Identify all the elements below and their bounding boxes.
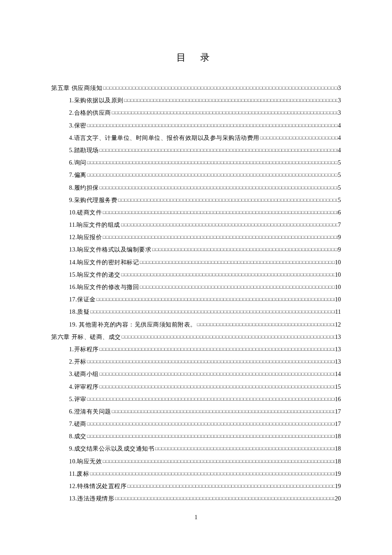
- toc-leader: □□□□□□□□□□□□□□□□□□□□□□□□□□□□□□□□□□□□□□□□…: [99, 384, 335, 389]
- toc-entry-label: 6.澄清有关问题: [69, 409, 111, 415]
- toc-entry-label: 8.履约担保: [69, 185, 99, 191]
- toc-leader: □□□□□□□□□□□□□□□□□□□□□□□□□□□□□□□□□□□□□□□□…: [154, 446, 335, 451]
- toc-entry: 4.评审程序□□□□□□□□□□□□□□□□□□□□□□□□□□□□□□□□□□…: [51, 384, 341, 391]
- page-number: 1: [0, 514, 392, 521]
- toc-entry: 1.开标程序□□□□□□□□□□□□□□□□□□□□□□□□□□□□□□□□□□…: [51, 347, 341, 353]
- toc-entry-label: 15.响应文件的递交: [69, 272, 121, 278]
- toc-entry: 19. 其他需补充的内容：见供应商须知前附表。□□□□□□□□□□□□□□□□□…: [51, 322, 341, 329]
- toc-entry-page: 5: [338, 197, 341, 203]
- toc-entry-label: 19. 其他需补充的内容：见供应商须知前附表。: [69, 322, 196, 328]
- toc-leader: □□□□□□□□□□□□□□□□□□□□□□□□□□□□□□□□□□□□□□□□…: [124, 98, 338, 103]
- toc-entry-page: 10: [335, 284, 341, 290]
- toc-leader: □□□□□□□□□□□□□□□□□□□□□□□□□□□□□□□□□□□□□□□□…: [86, 160, 338, 165]
- toc-leader: □□□□□□□□□□□□□□□□□□□□□□□□□□□□□□□□□□□□□□□□…: [151, 247, 338, 252]
- toc-leader: □□□□□□□□□□□□□□□□□□□□□□□□□□□□□□□□□□□□□□□□…: [117, 198, 338, 202]
- toc-entry-label: 16.响应文件的修改与撤回: [69, 284, 139, 290]
- toc-entry-page: 9: [338, 234, 341, 240]
- toc-entry-label: 10.磋商文件: [69, 210, 102, 216]
- toc-entry-page: 11: [335, 309, 341, 315]
- document-page: 目 录 第五章 供应商须知□□□□□□□□□□□□□□□□□□□□□□□□□□□…: [0, 0, 392, 503]
- toc-entry: 16.响应文件的修改与撤回□□□□□□□□□□□□□□□□□□□□□□□□□□□…: [51, 284, 341, 291]
- toc-entry-page: 14: [335, 371, 341, 377]
- toc-leader: □□□□□□□□□□□□□□□□□□□□□□□□□□□□□□□□□□□□□□□□…: [99, 372, 335, 376]
- toc-leader: □□□□□□□□□□□□□□□□□□□□□□□□□□□□□□□□□□□□□□□□…: [86, 123, 338, 128]
- toc-entry: 第五章 供应商须知□□□□□□□□□□□□□□□□□□□□□□□□□□□□□□□…: [51, 85, 341, 92]
- toc-entry-label: 12.响应报价: [69, 234, 102, 240]
- toc-entry-page: 10: [335, 260, 341, 266]
- toc-entry-label: 5.踏勘现场: [69, 147, 99, 153]
- toc-entry-page: 4: [338, 135, 341, 141]
- toc-entry: 2.开标□□□□□□□□□□□□□□□□□□□□□□□□□□□□□□□□□□□□…: [51, 359, 341, 366]
- toc-entry-page: 16: [335, 396, 341, 402]
- toc-leader: □□□□□□□□□□□□□□□□□□□□□□□□□□□□□□□□□□□□□□□□…: [86, 359, 335, 364]
- toc-entry-label: 3.保密: [69, 123, 86, 129]
- toc-entry-label: 9.成交结果公示以及成交通知书: [69, 446, 154, 452]
- toc-entry-page: 13: [335, 359, 341, 365]
- toc-entry-page: 15: [335, 384, 341, 390]
- toc-entry-page: 18: [335, 446, 341, 452]
- toc-entry: 10.磋商文件□□□□□□□□□□□□□□□□□□□□□□□□□□□□□□□□□…: [51, 210, 341, 217]
- toc-leader: □□□□□□□□□□□□□□□□□□□□□□□□□□□□□□□□□□□□□□□□…: [99, 185, 338, 190]
- toc-entry: 17.保证金□□□□□□□□□□□□□□□□□□□□□□□□□□□□□□□□□□…: [51, 297, 341, 304]
- toc-entry-page: 18: [335, 459, 341, 465]
- toc-entry: 3.保密□□□□□□□□□□□□□□□□□□□□□□□□□□□□□□□□□□□□…: [51, 123, 341, 130]
- toc-entry: 2.合格的供应商□□□□□□□□□□□□□□□□□□□□□□□□□□□□□□□□…: [51, 110, 341, 117]
- table-of-contents: 第五章 供应商须知□□□□□□□□□□□□□□□□□□□□□□□□□□□□□□□…: [51, 85, 341, 503]
- toc-entry-label: 4.评审程序: [69, 384, 99, 390]
- toc-leader: □□□□□□□□□□□□□□□□□□□□□□□□□□□□□□□□□□□□□□□□…: [89, 309, 335, 314]
- toc-leader: □□□□□□□□□□□□□□□□□□□□□□□□□□□□□□□□□□□□□□□□…: [114, 496, 335, 501]
- toc-entry-page: 19: [335, 471, 341, 477]
- toc-entry-label: 1.开标程序: [69, 347, 99, 353]
- toc-entry-label: 5.评审: [69, 396, 86, 402]
- toc-leader: □□□□□□□□□□□□□□□□□□□□□□□□□□□□□□□□□□□□□□□□…: [86, 397, 335, 402]
- toc-entry-page: 10: [335, 297, 341, 303]
- toc-leader: □□□□□□□□□□□□□□□□□□□□□□□□□□□□□□□□□□□□□□□□…: [120, 223, 338, 227]
- toc-entry-label: 3.磋商小组: [69, 371, 99, 377]
- toc-entry-label: 8.成交: [69, 434, 86, 439]
- toc-leader: □□□□□□□□□□□□□□□□□□□□□□□□□□□□□□□□□□□□□□□□…: [111, 409, 335, 414]
- toc-entry-label: 12.特殊情况处置程序: [69, 483, 127, 489]
- toc-entry: 5.评审□□□□□□□□□□□□□□□□□□□□□□□□□□□□□□□□□□□□…: [51, 396, 341, 403]
- toc-entry: 13.响应文件格式以及编制要求□□□□□□□□□□□□□□□□□□□□□□□□□…: [51, 247, 341, 254]
- toc-leader: □□□□□□□□□□□□□□□□□□□□□□□□□□□□□□□□□□□□□□□□…: [86, 434, 335, 439]
- toc-leader: □□□□□□□□□□□□□□□□□□□□□□□□□□□□□□□□□□□□□□□□…: [127, 484, 335, 489]
- toc-entry: 1.采购依据以及原则□□□□□□□□□□□□□□□□□□□□□□□□□□□□□□…: [51, 98, 341, 104]
- toc-entry-label: 13.响应文件格式以及编制要求: [69, 247, 151, 253]
- toc-entry-page: 5: [338, 172, 341, 178]
- toc-entry: 9.采购代理服务费□□□□□□□□□□□□□□□□□□□□□□□□□□□□□□□…: [51, 197, 341, 204]
- toc-entry: 第六章 开标、磋商、成交□□□□□□□□□□□□□□□□□□□□□□□□□□□□…: [51, 334, 341, 341]
- toc-entry: 6.询问□□□□□□□□□□□□□□□□□□□□□□□□□□□□□□□□□□□□…: [51, 160, 341, 167]
- toc-entry-page: 4: [338, 123, 341, 129]
- toc-entry: 12.响应报价□□□□□□□□□□□□□□□□□□□□□□□□□□□□□□□□□…: [51, 234, 341, 241]
- toc-leader: □□□□□□□□□□□□□□□□□□□□□□□□□□□□□□□□□□□□□□□□…: [121, 272, 335, 277]
- toc-entry-page: 12: [335, 322, 341, 328]
- toc-entry-label: 13.违法违规情形: [69, 496, 114, 502]
- toc-entry-label: 2.合格的供应商: [69, 110, 111, 116]
- toc-entry-page: 17: [335, 409, 341, 415]
- toc-leader: □□□□□□□□□□□□□□□□□□□□□□□□□□□□□□□□□□□□□□□□…: [102, 86, 338, 90]
- toc-leader: □□□□□□□□□□□□□□□□□□□□□□□□□□□□□□□□□□□□□□□□…: [139, 285, 335, 289]
- toc-leader: □□□□□□□□□□□□□□□□□□□□□□□□□□□□□□□□□□□□□□□□…: [99, 148, 338, 153]
- toc-entry-label: 4.语言文字、计量单位、时间单位、报价有效期以及参与采购活动费用: [69, 135, 259, 141]
- toc-leader: □□□□□□□□□□□□□□□□□□□□□□□□□□□□□□□□□□□□□□□□…: [86, 422, 335, 426]
- toc-entry-page: 13: [335, 347, 341, 353]
- toc-leader: □□□□□□□□□□□□□□□□□□□□□□□□□□□□□□□□□□□□□□□□…: [139, 260, 335, 265]
- toc-entry-page: 18: [335, 434, 341, 439]
- toc-entry: 7.偏离□□□□□□□□□□□□□□□□□□□□□□□□□□□□□□□□□□□□…: [51, 172, 341, 179]
- toc-leader: □□□□□□□□□□□□□□□□□□□□□□□□□□□□□□□□□□□□□□□□…: [111, 110, 338, 115]
- toc-entry: 11.响应文件的组成□□□□□□□□□□□□□□□□□□□□□□□□□□□□□□…: [51, 222, 341, 229]
- toc-entry-page: 9: [338, 247, 341, 253]
- toc-entry-label: 7.磋商: [69, 421, 86, 427]
- toc-entry: 6.澄清有关问题□□□□□□□□□□□□□□□□□□□□□□□□□□□□□□□□…: [51, 409, 341, 416]
- toc-entry-page: 20: [335, 496, 341, 502]
- toc-entry-label: 18.质疑: [69, 309, 89, 315]
- toc-entry: 12.特殊情况处置程序□□□□□□□□□□□□□□□□□□□□□□□□□□□□□…: [51, 483, 341, 490]
- toc-entry-label: 14.响应文件的密封和标记: [69, 260, 139, 266]
- toc-leader: □□□□□□□□□□□□□□□□□□□□□□□□□□□□□□□□□□□□□□□□…: [102, 235, 338, 240]
- toc-entry: 13.违法违规情形□□□□□□□□□□□□□□□□□□□□□□□□□□□□□□□…: [51, 496, 341, 503]
- toc-entry-page: 3: [338, 110, 341, 116]
- toc-entry-label: 2.开标: [69, 359, 86, 365]
- toc-entry-label: 11.废标: [69, 471, 89, 477]
- toc-entry: 5.踏勘现场□□□□□□□□□□□□□□□□□□□□□□□□□□□□□□□□□□…: [51, 147, 341, 154]
- toc-leader: □□□□□□□□□□□□□□□□□□□□□□□□□□□□□□□□□□□□□□□□…: [86, 173, 338, 177]
